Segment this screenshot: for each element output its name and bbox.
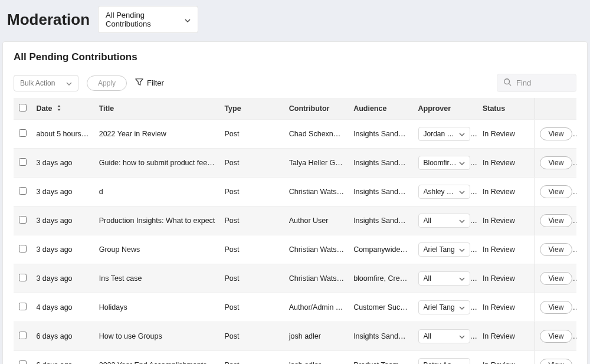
approver-value: All [424,332,459,340]
view-select-label: All Pending Contributions [106,11,185,28]
view-button[interactable]: View [540,272,573,285]
cell-contributor: Christian Watson [284,264,349,293]
cell-type: Post [219,178,284,206]
select-all-checkbox[interactable] [19,104,27,112]
cell-date: 6 days ago [31,351,94,365]
toolbar-left: Bulk Action Apply Filter [14,75,164,91]
panel-title: All Pending Contributions [14,51,576,63]
table-row: 6 days agoHow to use GroupsPostjosh adle… [14,322,576,351]
cell-status: In Review [478,120,535,149]
cell-date: 4 days ago [31,293,94,322]
cell-audience: Insights Sandbox [349,322,413,351]
search-icon [503,78,512,88]
approver-select[interactable]: Jordan Boyson [418,127,470,141]
approver-select[interactable]: Ashley Gladden [418,185,470,199]
row-checkbox[interactable] [19,303,27,310]
approver-value: Betsy Anderson [424,361,459,364]
approver-value: All [424,217,459,225]
approver-select[interactable]: Betsy Anderson [418,358,470,364]
row-checkbox[interactable] [19,332,27,339]
cell-date: 3 days ago [31,178,94,206]
column-header-type[interactable]: Type [219,98,284,120]
row-checkbox[interactable] [19,129,27,137]
row-checkbox[interactable] [19,245,27,252]
search-box[interactable] [497,74,576,92]
cell-status: In Review [478,149,535,178]
view-button[interactable]: View [540,301,573,314]
row-checkbox[interactable] [19,274,27,281]
chevron-down-icon [185,17,191,22]
cell-date: 3 days ago [31,264,94,293]
cell-audience: Insights Sandbox [349,120,413,149]
column-header-title[interactable]: Title [94,98,220,120]
filter-button[interactable]: Filter [135,78,164,88]
cell-status: In Review [478,293,535,322]
bulk-action-select[interactable]: Bulk Action [14,75,78,91]
cell-status: In Review [478,178,535,206]
cell-audience: Insights Sandbox [349,206,413,235]
approver-select[interactable]: All [418,329,470,343]
cell-status: In Review [478,206,535,235]
approver-value: Ariel Tang [424,245,459,254]
search-input[interactable] [516,78,570,87]
row-checkbox[interactable] [19,360,27,364]
chevron-down-icon [459,160,465,166]
cell-type: Post [219,206,284,235]
toolbar: Bulk Action Apply Filter [14,74,576,92]
column-header-date[interactable]: Date [31,98,94,120]
view-select[interactable]: All Pending Contributions [98,6,198,33]
view-button[interactable]: View [540,214,573,227]
approver-value: Ashley Gladden [424,188,459,196]
bulk-action-label: Bulk Action [20,79,55,87]
cell-title: Ins Test case [94,264,220,293]
view-button[interactable]: View [540,185,573,198]
cell-type: Post [219,293,284,322]
column-header-audience[interactable]: Audience [349,98,413,120]
cell-contributor: Author User [284,206,349,235]
view-button[interactable]: View [540,330,573,343]
table-row: 3 days agoIns Test casePostChristian Wat… [14,264,576,293]
cell-status: In Review [478,322,535,351]
cell-audience: Product Team, Insig... [349,351,413,365]
view-button[interactable]: View [540,156,573,169]
cell-contributor: Christian Watson [284,178,349,206]
approver-select[interactable]: Ariel Tang [418,300,470,314]
cell-contributor: Talya Heller Greenbe... [284,149,349,178]
cell-type: Post [219,264,284,293]
sort-icon [57,104,61,113]
cell-audience: Companywide Polici... [349,235,413,264]
row-checkbox[interactable] [19,158,27,166]
approver-select[interactable]: Bloomfire Amb... [418,156,470,170]
approver-select[interactable]: All [418,214,470,228]
table-row: 3 days agodPostChristian WatsonInsights … [14,178,576,206]
column-header-status[interactable]: Status [478,98,535,120]
cell-title: 2022 Year in Review [94,120,220,149]
cell-audience: bloomfire, Creating ... [349,264,413,293]
cell-status: In Review [478,235,535,264]
view-button[interactable]: View [540,243,573,256]
table-row: about 5 hours ago2022 Year in ReviewPost… [14,120,576,149]
filter-icon [135,78,143,88]
approver-value: All [424,274,459,283]
table-header-row: Date Title Type Contributor Audience App… [14,98,576,120]
view-button[interactable]: View [540,127,573,140]
cell-audience: Insights Sandbox [349,149,413,178]
approver-select[interactable]: Ariel Tang [418,242,470,257]
apply-button[interactable]: Apply [87,76,127,91]
chevron-down-icon [459,276,465,281]
table-row: 6 days ago2022 Year End AccomplishmentsP… [14,351,576,365]
row-checkbox[interactable] [19,216,27,224]
row-checkbox[interactable] [19,187,27,195]
contributions-table: Date Title Type Contributor Audience App… [14,98,576,364]
cell-audience: Insights Sandbox [349,178,413,206]
cell-title: d [94,178,220,206]
cell-date: 3 days ago [31,206,94,235]
column-header-approver[interactable]: Approver [414,98,478,120]
chevron-down-icon [459,333,465,339]
approver-select[interactable]: All [418,271,470,286]
table-row: 3 days agoProduction Insights: What to e… [14,206,576,235]
view-button[interactable]: View [540,359,573,364]
filter-label: Filter [147,78,164,87]
cell-title: Holidays [94,293,220,322]
column-header-contributor[interactable]: Contributor [284,98,349,120]
